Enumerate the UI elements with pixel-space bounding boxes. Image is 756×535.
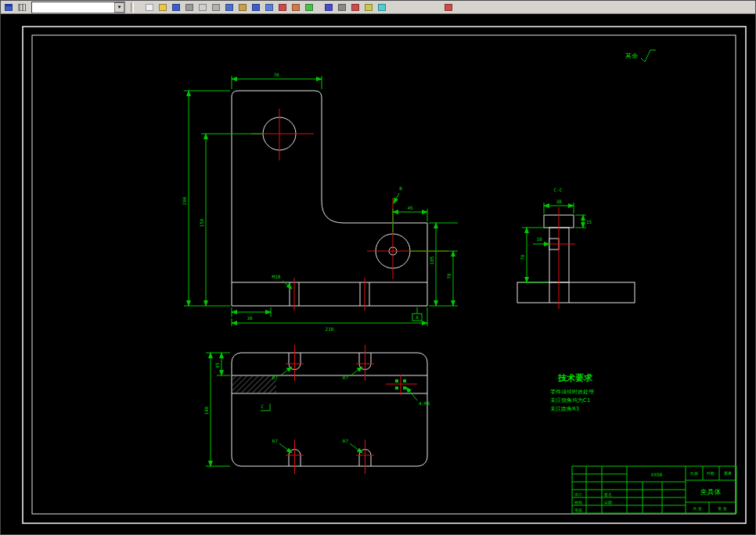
system-menu-icon[interactable]: [2, 2, 15, 13]
titleblock-label-scale: 比例: [690, 471, 698, 476]
combo-dropdown-arrow[interactable]: ▾: [114, 2, 124, 13]
dimension-label: 140: [203, 406, 209, 415]
slot-label: R7: [272, 375, 279, 380]
titleblock-label-sign: 签名: [604, 492, 612, 497]
dimension-label: 38: [556, 199, 562, 204]
color-icon: [351, 4, 359, 11]
drawing-number: XX50: [651, 472, 663, 477]
roughness-icon: [641, 50, 656, 62]
sheet-frame: [23, 27, 746, 523]
dimension-label: 70: [520, 254, 525, 260]
titleblock-label-sheets: 共 张: [693, 506, 702, 512]
redo-button[interactable]: [263, 2, 275, 13]
toolbar: ▾: [1, 1, 755, 14]
tech-req-line: 未注倒角均为C1: [550, 397, 590, 404]
centerlines-section: [542, 207, 575, 309]
preview-button[interactable]: [196, 2, 209, 13]
layers-icon: [325, 4, 333, 11]
plan-dimensions: 140 45 R7 R7 R7 R7 4-M6 C: [203, 353, 430, 466]
titleblock-label-weight: 重量: [724, 471, 732, 476]
dimension-label: 200: [182, 196, 187, 205]
copy-button[interactable]: [223, 2, 236, 13]
save-button[interactable]: [170, 2, 182, 13]
dimension-label: 45: [407, 205, 413, 210]
paste-button[interactable]: [236, 2, 249, 13]
view-b-label: B: [399, 185, 402, 191]
surface-finish-note: 其余: [625, 50, 656, 62]
pan-icon: [305, 4, 313, 11]
zoom-in-icon: [279, 4, 286, 11]
front-dimensions: 70 200 150 30 210 105 70: [182, 72, 458, 332]
save-icon: [172, 4, 180, 11]
titleblock-label-qty: 件数: [706, 471, 715, 476]
new-icon: [146, 4, 153, 11]
title-block: XX50 设计 校核 审核 签名 日期 比例 件数 重量 夹具体 共 张 第 张: [572, 466, 736, 513]
zoom-out-icon: [292, 4, 300, 11]
window-icon: [5, 4, 13, 11]
zoom-in-button[interactable]: [276, 2, 289, 13]
slot-label: R7: [272, 438, 279, 443]
pan-button[interactable]: [303, 2, 315, 13]
centerlines-front: [251, 109, 448, 311]
undo-button[interactable]: [250, 2, 262, 13]
titleblock-label-date: 日期: [604, 500, 612, 505]
copy-icon: [225, 4, 233, 11]
zoom-out-button[interactable]: [290, 2, 302, 13]
titleblock-label-review: 审核: [574, 508, 582, 512]
print-button[interactable]: [183, 2, 196, 13]
match-properties-icon: [365, 4, 373, 11]
dimension-label: 10: [536, 236, 542, 242]
print-icon: [185, 4, 193, 11]
dimension-label: 45: [214, 362, 220, 368]
grid-icon: [18, 4, 26, 11]
new-button[interactable]: [143, 2, 156, 13]
front-view: 70 200 150 30 210 105 70: [182, 72, 458, 332]
layer-grid-icon[interactable]: [16, 2, 28, 13]
toolbar-separator: [131, 2, 134, 13]
centerlines-plan: [286, 345, 417, 474]
cut-icon: [212, 4, 220, 11]
dimension-label: 70: [273, 72, 279, 77]
dimension-label: 70: [446, 273, 452, 279]
cut-button[interactable]: [210, 2, 222, 13]
dimension-label: 150: [199, 218, 204, 227]
preview-icon: [199, 4, 207, 11]
linetype-icon: [338, 4, 346, 11]
dimension-label: 30: [247, 315, 253, 321]
cad-application-window: ▾: [0, 0, 756, 535]
redo-icon: [265, 4, 273, 11]
section-cut-label: C: [261, 404, 264, 409]
open-icon: [159, 4, 167, 11]
section-label: C-C: [554, 187, 563, 192]
section-view: C-C 38 70 10 15: [517, 187, 635, 309]
properties-icon: [378, 4, 386, 11]
plan-view: 140 45 R7 R7 R7 R7 4-M6 C: [203, 345, 430, 474]
titleblock-label-sheet: 第 张: [718, 506, 727, 512]
drawing-canvas[interactable]: 70 200 150 30 210 105 70: [1, 13, 756, 535]
color-control-button[interactable]: [349, 2, 362, 13]
dimension-label: 15: [586, 219, 592, 224]
open-button[interactable]: [157, 2, 169, 13]
titleblock-label-design: 设计: [574, 492, 582, 497]
thread-label: M10: [272, 274, 281, 279]
undo-icon: [252, 4, 260, 11]
layer-combobox[interactable]: ▾: [31, 2, 125, 13]
slot-label: R7: [343, 375, 349, 380]
tech-req-line: 零件须经时效处理: [550, 389, 594, 395]
properties-button[interactable]: [376, 2, 388, 13]
holes-label: 4-M6: [419, 400, 430, 406]
match-properties-button[interactable]: [362, 2, 375, 13]
section-hatch: [232, 376, 276, 393]
technical-requirements: 技术要求 零件须经时效处理 未注倒角均为C1 未注圆角R3: [550, 373, 594, 412]
surface-note-text: 其余: [625, 52, 638, 59]
titleblock-label-check: 校核: [574, 500, 582, 504]
tech-req-title: 技术要求: [557, 373, 593, 383]
datum-label: A: [416, 314, 419, 320]
dimension-label: 105: [429, 256, 434, 264]
linetype-button[interactable]: [336, 2, 348, 13]
datum-symbol: A: [412, 307, 422, 321]
plot-button[interactable]: [442, 2, 455, 13]
part-name: 夹具体: [700, 488, 722, 496]
slot-label: R7: [343, 438, 349, 443]
layers-button[interactable]: [322, 2, 335, 13]
